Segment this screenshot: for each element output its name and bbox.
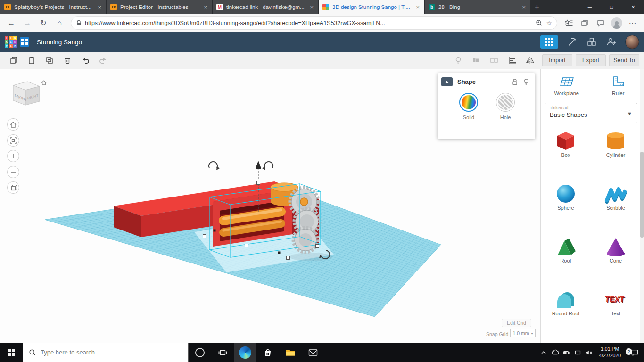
ungroup-button[interactable] (485, 53, 503, 67)
browser-tab-4-active[interactable]: 3D design Stunning Sango | Ti... × (318, 0, 424, 14)
taskbar-search[interactable] (23, 343, 189, 362)
favorites-bar-button[interactable] (561, 16, 576, 30)
sidebar-collapse-button[interactable] (540, 197, 541, 215)
undo-button[interactable] (76, 53, 94, 67)
copy-button[interactable] (5, 53, 23, 67)
shape-item-box[interactable]: Box (554, 120, 577, 173)
tab-close-icon[interactable]: × (521, 4, 527, 11)
browser-menu-button[interactable]: ⋯ (625, 16, 640, 30)
volume-muted-tray-button[interactable] (583, 343, 594, 362)
show-all-button[interactable] (449, 53, 467, 67)
lock-icon[interactable] (512, 78, 518, 86)
onedrive-tray-button[interactable] (549, 343, 561, 362)
shape-item-round-roof[interactable]: Round Roof (552, 279, 580, 331)
battery-tray-button[interactable] (561, 343, 572, 362)
browser-tab-2[interactable]: Project Editor - Instructables × (106, 0, 212, 14)
toolbox-button[interactable] (566, 36, 578, 48)
shape-item-cone[interactable]: Cone (604, 226, 627, 279)
sidebar-scrollbar[interactable] (640, 69, 644, 343)
duplicate-button[interactable] (41, 53, 58, 67)
file-explorer-taskbar-button[interactable] (279, 343, 302, 362)
panel-collapse-button[interactable] (441, 77, 453, 86)
mail-taskbar-button[interactable] (302, 343, 324, 362)
grid-view-button[interactable] (540, 35, 558, 49)
cortana-button[interactable] (189, 343, 211, 362)
delete-button[interactable] (58, 53, 76, 67)
fit-view-button[interactable] (7, 134, 19, 147)
perspective-toggle-button[interactable] (7, 181, 19, 194)
pickaxe-icon (567, 37, 577, 47)
zoom-icon[interactable] (536, 19, 543, 26)
profile-button[interactable] (609, 16, 624, 30)
new-tab-button[interactable]: + (530, 0, 544, 14)
store-taskbar-button[interactable] (256, 343, 279, 362)
export-button[interactable]: Export (576, 54, 606, 66)
redo-button[interactable] (94, 53, 112, 67)
maximize-button[interactable]: □ (601, 0, 622, 14)
view-cube[interactable]: FRONT RIGHT (7, 78, 44, 112)
refresh-button[interactable]: ↻ (36, 16, 51, 30)
collections-button[interactable] (577, 16, 592, 30)
zoom-in-button[interactable] (7, 150, 19, 162)
forward-button[interactable]: → (20, 16, 35, 30)
snap-grid-select[interactable]: 1.0 mm▾ (510, 329, 536, 337)
minimize-button[interactable]: ─ (579, 0, 601, 14)
shape-item-sphere[interactable]: Sphere (554, 173, 577, 226)
search-input[interactable] (41, 349, 173, 356)
close-button[interactable]: × (622, 0, 644, 14)
action-center-button[interactable]: 2 (625, 348, 644, 357)
align-button[interactable] (503, 53, 521, 67)
shape-item-roof[interactable]: Roof (554, 226, 577, 279)
rotate-handle-left[interactable] (209, 162, 220, 170)
bing-favicon: b (429, 4, 435, 10)
taskbar-clock[interactable]: 1:01 PM 4/27/2020 (594, 346, 625, 359)
hole-option[interactable]: Hole (496, 93, 515, 120)
shape-item-scribble[interactable]: Scribble (604, 173, 627, 226)
edge-taskbar-button[interactable] (234, 343, 256, 362)
tray-expand-button[interactable] (538, 343, 549, 362)
tab-close-icon[interactable]: × (415, 4, 421, 11)
zoom-out-button[interactable] (7, 166, 19, 178)
shape-item-text[interactable]: TEXT TEXT Text (603, 279, 628, 331)
network-tray-button[interactable] (572, 343, 583, 362)
tinkercad-header: TIN KER CAD Stunning Sango (0, 32, 644, 52)
lightbulb-icon[interactable] (523, 78, 529, 86)
tab-close-icon[interactable]: × (203, 4, 208, 11)
user-avatar[interactable] (625, 35, 639, 49)
tinkercad-logo[interactable]: TIN KER CAD (5, 36, 29, 48)
blocks-button[interactable] (586, 36, 598, 48)
shape-item-cylinder[interactable]: Cylinder (604, 120, 627, 173)
person-add-icon (606, 37, 617, 47)
send-to-button[interactable]: Send To (609, 54, 639, 66)
browser-tab-5[interactable]: b 28 - Bing × (424, 0, 530, 14)
tab-close-icon[interactable]: × (97, 4, 102, 11)
group-button[interactable] (467, 53, 485, 67)
bookmark-star-icon[interactable]: ☆ (546, 19, 552, 27)
scribble-shape-icon (604, 182, 627, 205)
browser-tab-3[interactable]: M tinkercad link - davinfiske@gm... × (212, 0, 318, 14)
home-view-mini-icon[interactable] (41, 80, 47, 86)
raise-arrow[interactable] (256, 161, 261, 169)
feedback-button[interactable] (593, 16, 608, 30)
share-button[interactable] (605, 36, 618, 48)
shape-item-partial-right[interactable] (604, 331, 627, 343)
address-bar[interactable]: https://www.tinkercad.com/things/3DSoUm0… (71, 16, 557, 30)
import-button[interactable]: Import (542, 54, 572, 66)
tab-close-icon[interactable]: × (309, 4, 314, 11)
edit-grid-button[interactable]: Edit Grid (502, 319, 531, 327)
mirror-button[interactable] (521, 53, 539, 67)
solid-option[interactable]: Solid (459, 93, 478, 120)
rotate-handle-top[interactable] (262, 162, 273, 170)
shape-item-partial-left[interactable] (554, 331, 577, 343)
home-button[interactable]: ⌂ (52, 16, 67, 30)
start-button[interactable] (0, 343, 23, 362)
home-view-button[interactable] (7, 118, 19, 131)
workplane-tool[interactable]: Workplane (541, 73, 593, 96)
task-view-button[interactable] (211, 343, 234, 362)
scrollbar-thumb[interactable] (640, 152, 644, 238)
design-name[interactable]: Stunning Sango (37, 39, 82, 46)
browser-tab-1[interactable]: Splattyboy's Projects - Instruct... × (0, 0, 106, 14)
paste-button[interactable] (23, 53, 41, 67)
ruler-tool[interactable]: Ruler (593, 73, 644, 96)
back-button[interactable]: ← (4, 16, 19, 30)
